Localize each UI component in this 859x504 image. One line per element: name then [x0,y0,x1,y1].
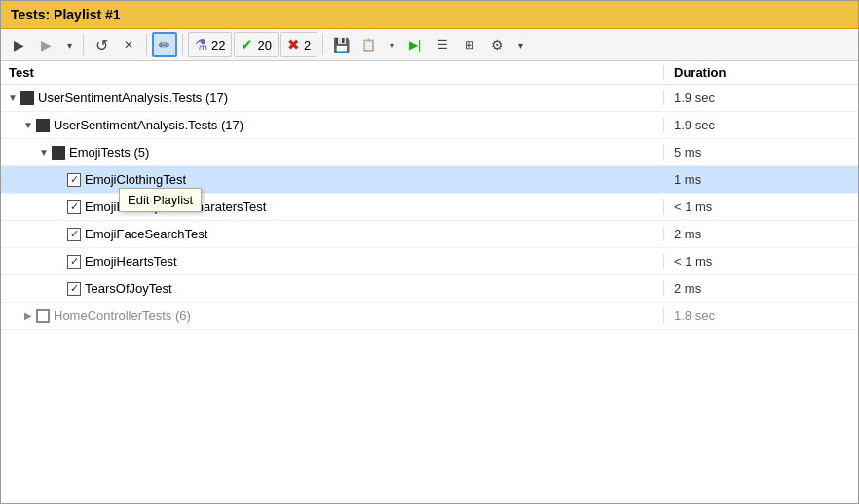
duration-value: < 1 ms [674,254,712,269]
separator-4 [322,34,323,55]
table-row[interactable]: ▼ UserSentimentAnalysis.Tests (17) 1.9 s… [1,112,858,139]
run-selected-icon: ▶ [41,37,52,53]
row-label: EmojiHeartsTest [85,254,177,269]
duration-cell: 5 ms [663,145,819,160]
list-btn[interactable]: ☰ [430,32,455,57]
rerun-btn[interactable]: ↺ [89,32,114,57]
run-debug-icon: ▶| [409,38,421,52]
passed-tests-btn[interactable]: ✔ 20 [234,32,278,57]
table-row[interactable]: ✓ EmojiHeartsTest < 1 ms [1,248,858,275]
separator-3 [182,34,183,55]
duration-column-header: Duration [663,65,819,80]
dropdown-arrow-icon: ▾ [67,40,72,51]
duration-cell: 2 ms [663,227,819,241]
row-label: UserSentimentAnalysis.Tests (17) [54,118,243,132]
duration-value: < 1 ms [674,199,712,214]
settings-dropdown-btn[interactable]: ▾ [511,32,529,57]
grid-btn[interactable]: ⊞ [457,32,482,57]
total-tests-btn[interactable]: ⚗ 22 [188,32,232,57]
expand-arrow-icon[interactable]: ▶ [20,308,36,324]
test-cell: ▼ UserSentimentAnalysis.Tests (17) [1,118,663,133]
row-label: EmojiFaceSearchTest [85,227,207,241]
expand-arrow-icon[interactable]: ▼ [20,118,36,133]
checkbox-check[interactable]: ✓ [67,173,81,187]
test-cell: ✓ EmojiHeartsTest [1,254,663,269]
duration-cell: 1.9 sec [663,90,819,105]
duration-cell: 1.9 sec [663,118,819,132]
duration-cell: 2 ms [663,281,819,296]
row-label: TearsOfJoyTest [85,281,172,296]
list-icon: ☰ [437,38,448,52]
settings-btn[interactable]: ⚙ [484,32,509,57]
duration-value: 5 ms [674,145,701,160]
checkbox-check[interactable]: ✓ [67,282,81,296]
checkbox-filled[interactable] [52,146,65,160]
toolbar: ▶ ▶ ▾ ↺ ✕ ✏ ⚗ 22 ✔ 20 ✖ [1,29,858,61]
edit-playlist-btn[interactable]: ✏ [152,32,177,57]
expand-arrow-icon[interactable]: ▼ [36,145,52,161]
duration-cell: < 1 ms [663,199,819,214]
duration-value: 1.8 sec [674,308,715,323]
test-cell: ▼ UserSentimentAnalysis.Tests (17) [1,90,663,106]
test-cell: ▶ HomeControllerTests (6) [1,308,663,324]
window-title: Tests: Playlist #1 [11,7,121,22]
table-row[interactable]: ✓ EmojiFaceSearchTest 2 ms [1,221,858,248]
run-selected-btn[interactable]: ▶ [33,32,58,57]
duration-cell: < 1 ms [663,254,819,269]
test-cell: ✓ EmojiFaceSearchTest [1,227,663,241]
rerun-icon: ↺ [95,36,108,54]
table-row[interactable]: ✓ TearsOfJoyTest 2 ms [1,275,858,303]
pencil-icon: ✏ [159,37,170,53]
duration-value: 2 ms [674,281,701,296]
checkbox-check[interactable]: ✓ [67,200,81,214]
table-row[interactable]: ▼ UserSentimentAnalysis.Tests (17) 1.9 s… [1,85,858,112]
copy-dropdown-btn[interactable]: ▾ [383,32,400,57]
copy-icon: 📋 [361,38,376,52]
duration-value: 2 ms [674,227,701,241]
duration-cell: 1.8 sec [663,308,819,323]
run-dropdown-btn[interactable]: ▾ [60,32,78,57]
failed-count: 2 [304,38,311,53]
edit-playlist-tooltip: Edit Playlist [119,188,202,212]
checkbox-empty[interactable] [36,309,50,323]
duration-header-label: Duration [674,65,726,80]
row-label: UserSentimentAnalysis.Tests (17) [38,90,228,105]
run-all-icon: ▶ [14,37,24,53]
row-label: EmojiTests (5) [69,145,149,160]
copy-btn[interactable]: 📋 [355,32,381,57]
checkbox-filled[interactable] [20,91,34,105]
row-label: EmojiClothingTest [85,172,186,187]
content-area: Test Duration Edit Playlist ▼ UserSentim… [1,61,858,503]
test-cell: ✓ EmojiExtraSpecialCharatersTest [1,199,663,214]
separator-1 [83,34,84,55]
checkbox-filled[interactable] [36,119,50,132]
table-header: Test Duration [1,61,858,85]
test-header-label: Test [9,65,34,80]
grid-icon: ⊞ [465,38,474,52]
test-cell: ▼ EmojiTests (5) [1,145,663,161]
separator-2 [146,34,147,55]
test-column-header: Test [1,65,663,80]
flask-icon: ⚗ [195,36,207,54]
stop-btn[interactable]: ✕ [116,32,141,57]
table-row[interactable]: ▶ HomeControllerTests (6) 1.8 sec [1,303,858,330]
checkbox-check[interactable]: ✓ [67,255,81,269]
row-label: HomeControllerTests (6) [54,308,191,323]
checkbox-check[interactable]: ✓ [67,228,81,241]
check-icon: ✔ [241,36,253,54]
run-all-btn[interactable]: ▶ [6,32,31,57]
test-cell: ✓ TearsOfJoyTest [1,281,663,296]
run-debug-btn[interactable]: ▶| [402,32,428,57]
main-window: Tests: Playlist #1 ▶ ▶ ▾ ↺ ✕ ✏ ⚗ 22 [0,0,859,504]
save-btn[interactable]: 💾 [328,32,354,57]
expand-arrow-icon[interactable]: ▼ [5,90,20,106]
table-row[interactable]: ▼ EmojiTests (5) 5 ms [1,139,858,166]
copy-dropdown-icon: ▾ [390,40,394,51]
settings-dropdown-icon: ▾ [518,40,523,51]
save-icon: 💾 [333,37,350,53]
total-count: 22 [211,38,225,53]
settings-icon: ⚙ [491,37,504,53]
duration-value: 1 ms [674,172,701,187]
failed-tests-btn[interactable]: ✖ 2 [280,32,317,57]
cross-icon: ✖ [287,36,300,54]
